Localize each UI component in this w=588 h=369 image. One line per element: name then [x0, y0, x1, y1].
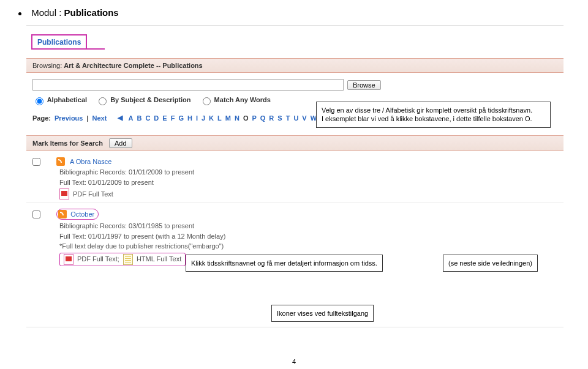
letter-N[interactable]: N	[235, 114, 239, 122]
letter-B[interactable]: B	[137, 114, 141, 122]
rss-icon[interactable]	[56, 157, 65, 166]
pdf-icon[interactable]	[59, 188, 69, 199]
publication-link[interactable]: A Obra Nasce	[70, 158, 111, 165]
header-prefix: Modul :	[31, 7, 64, 18]
letter-I[interactable]: I	[196, 114, 198, 122]
letter-P[interactable]: P	[252, 114, 256, 122]
result-checkbox[interactable]	[32, 158, 40, 166]
bib-line: Bibliographic Records: 01/01/2009 to pre…	[59, 167, 557, 177]
callout-radio: Velg en av disse tre / Alfabetisk gir ko…	[316, 102, 551, 128]
html-icon[interactable]	[123, 254, 133, 265]
callout-line2: I eksemplet blar vi ved å klikke bokstav…	[322, 114, 545, 123]
result-body: Bibliographic Records: 01/01/2009 to pre…	[59, 166, 557, 199]
ft-line: Full Text: 01/01/1997 to present (with a…	[59, 231, 557, 242]
letter-M[interactable]: M	[225, 114, 231, 122]
result-checkbox[interactable]	[32, 211, 40, 218]
tab-row: Publications	[31, 34, 564, 50]
next-link[interactable]: Next	[92, 114, 107, 122]
letter-A[interactable]: A	[128, 114, 133, 122]
pdf-icon[interactable]	[64, 254, 74, 265]
header-title: Publications	[64, 7, 119, 18]
search-input[interactable]	[32, 79, 344, 91]
embargo-line: *Full text delay due to publisher restri…	[59, 241, 557, 252]
letter-K[interactable]: K	[209, 114, 214, 122]
page-label: Page:	[32, 114, 51, 122]
highlighted-title: October	[56, 209, 99, 220]
pdf-label: PDF Full Text	[73, 189, 113, 199]
letter-E[interactable]: E	[162, 114, 167, 122]
browsing-value: Art & Architecture Complete -- Publicati…	[64, 62, 202, 69]
browsing-bar: Browsing: Art & Architecture Complete --…	[26, 58, 564, 73]
letter-V[interactable]: V	[302, 114, 306, 122]
letter-O[interactable]: O	[243, 114, 249, 122]
callout-title: Klikk tidsskriftsnavnet og få mer detalj…	[186, 255, 383, 272]
page-number: 4	[0, 358, 588, 365]
radio-alpha-label[interactable]: Alphabetical	[32, 95, 87, 105]
letter-L[interactable]: L	[217, 114, 222, 122]
browsing-label: Browsing:	[32, 62, 64, 69]
fulltext-icons-box: PDF Full Text; HTML Full Text	[59, 253, 186, 266]
letters-container: ABCDEFGHIJKLMNOPQRSTUVWXYZ	[126, 114, 342, 122]
browse-button[interactable]: Browse	[347, 80, 381, 90]
radio-match-label[interactable]: Match Any Words	[200, 95, 271, 105]
radio-match-text: Match Any Words	[214, 96, 271, 103]
radio-alpha-text: Alphabetical	[47, 96, 87, 103]
radio-match[interactable]	[203, 97, 211, 105]
page-header: Modul : Publications	[0, 0, 588, 23]
arrow-left-icon[interactable]: ◀	[118, 114, 123, 122]
letter-F[interactable]: F	[171, 114, 175, 122]
fulltext-row: PDF Full Text	[59, 188, 557, 199]
html-label: HTML Full Text	[137, 254, 181, 264]
screenshot-frame: Publications Browsing: Art & Architectur…	[26, 25, 564, 327]
radio-subject-text: By Subject & Description	[110, 96, 190, 103]
letter-J[interactable]: J	[202, 114, 205, 122]
publication-link[interactable]: October	[70, 211, 94, 218]
prev-link[interactable]: Previous	[55, 114, 83, 122]
result-head: October	[32, 209, 557, 220]
ft-line: Full Text: 01/01/2009 to present	[59, 177, 557, 188]
letter-U[interactable]: U	[293, 114, 298, 122]
letter-C[interactable]: C	[145, 114, 150, 122]
mark-label: Mark Items for Search	[32, 140, 103, 147]
letter-H[interactable]: H	[187, 114, 192, 122]
bib-line: Bibliographic Records: 03/01/1985 to pre…	[59, 221, 557, 231]
radio-alpha[interactable]	[36, 97, 43, 105]
result-head: A Obra Nasce	[32, 157, 557, 166]
page-sep: |	[86, 114, 88, 122]
add-button[interactable]: Add	[109, 138, 132, 148]
callout-line1: Velg en av disse tre / Alfabetisk gir ko…	[322, 106, 545, 114]
radio-subject[interactable]	[99, 97, 107, 105]
mark-bar: Mark Items for Search Add	[26, 135, 564, 151]
letter-D[interactable]: D	[154, 114, 159, 122]
result-item: A Obra Nasce Bibliographic Records: 01/0…	[26, 151, 564, 203]
bullet-icon	[18, 12, 21, 15]
pdf-label: PDF Full Text;	[77, 254, 119, 264]
letter-Q[interactable]: Q	[260, 114, 266, 122]
letter-S[interactable]: S	[277, 114, 282, 122]
search-row: Browse	[26, 76, 564, 93]
letter-T[interactable]: T	[286, 114, 290, 122]
letter-G[interactable]: G	[178, 114, 184, 122]
callout-icons: Ikoner vises ved fulltekstilgang	[271, 305, 374, 322]
callout-next: (se neste side veiledningen)	[443, 255, 538, 272]
radio-subject-label[interactable]: By Subject & Description	[96, 95, 190, 105]
rss-icon[interactable]	[58, 210, 67, 218]
letter-R[interactable]: R	[269, 114, 274, 122]
tab-publications[interactable]: Publications	[31, 34, 87, 50]
